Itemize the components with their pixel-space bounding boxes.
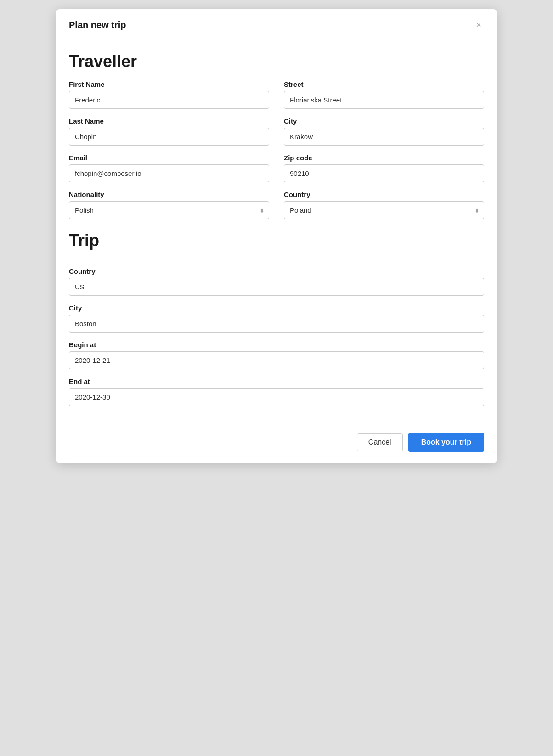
first-name-group: First Name bbox=[69, 80, 269, 109]
begin-at-input[interactable] bbox=[69, 351, 484, 369]
end-at-group: End at bbox=[69, 378, 484, 406]
trip-section-title: Trip bbox=[69, 231, 484, 250]
traveller-country-select-wrapper: Poland Germany France United Kingdom Uni… bbox=[284, 201, 484, 219]
end-at-label: End at bbox=[69, 378, 484, 385]
cancel-button[interactable]: Cancel bbox=[357, 433, 403, 451]
plan-trip-modal: Plan new trip × Traveller First Name Str… bbox=[56, 9, 497, 463]
traveller-country-label: Country bbox=[284, 191, 484, 198]
modal-title: Plan new trip bbox=[69, 20, 126, 30]
nationality-label: Nationality bbox=[69, 191, 269, 198]
traveller-city-group: City bbox=[284, 117, 484, 146]
modal-footer: Cancel Book your trip bbox=[56, 425, 497, 463]
first-name-label: First Name bbox=[69, 80, 269, 88]
traveller-city-input[interactable] bbox=[284, 128, 484, 146]
nationality-group: Nationality Polish German French English bbox=[69, 191, 269, 219]
nationality-select[interactable]: Polish German French English bbox=[69, 201, 269, 219]
trip-country-group: Country bbox=[69, 267, 484, 296]
modal-header: Plan new trip × bbox=[56, 9, 497, 39]
email-input[interactable] bbox=[69, 164, 269, 182]
trip-city-input[interactable] bbox=[69, 315, 484, 333]
traveller-section: Traveller First Name Street Last Name bbox=[69, 52, 484, 227]
trip-divider bbox=[69, 260, 484, 260]
end-at-input[interactable] bbox=[69, 388, 484, 406]
traveller-form-grid: First Name Street Last Name City bbox=[69, 80, 484, 227]
first-name-input[interactable] bbox=[69, 91, 269, 109]
traveller-country-group: Country Poland Germany France United Kin… bbox=[284, 191, 484, 219]
modal-body: Traveller First Name Street Last Name bbox=[56, 39, 497, 425]
street-group: Street bbox=[284, 80, 484, 109]
traveller-section-title: Traveller bbox=[69, 52, 484, 71]
close-button[interactable]: × bbox=[473, 18, 484, 31]
begin-at-label: Begin at bbox=[69, 341, 484, 349]
email-group: Email bbox=[69, 154, 269, 182]
last-name-label: Last Name bbox=[69, 117, 269, 125]
begin-at-group: Begin at bbox=[69, 341, 484, 369]
trip-city-group: City bbox=[69, 304, 484, 333]
traveller-country-select[interactable]: Poland Germany France United Kingdom Uni… bbox=[284, 201, 484, 219]
last-name-input[interactable] bbox=[69, 128, 269, 146]
trip-country-label: Country bbox=[69, 267, 484, 275]
email-label: Email bbox=[69, 154, 269, 162]
traveller-city-label: City bbox=[284, 117, 484, 125]
trip-country-input[interactable] bbox=[69, 278, 484, 296]
book-trip-button[interactable]: Book your trip bbox=[408, 433, 484, 452]
last-name-group: Last Name bbox=[69, 117, 269, 146]
trip-city-label: City bbox=[69, 304, 484, 312]
zip-label: Zip code bbox=[284, 154, 484, 162]
street-label: Street bbox=[284, 80, 484, 88]
zip-input[interactable] bbox=[284, 164, 484, 182]
trip-section: Trip Country City Begin at End at bbox=[69, 231, 484, 406]
nationality-select-wrapper: Polish German French English bbox=[69, 201, 269, 219]
zip-group: Zip code bbox=[284, 154, 484, 182]
street-input[interactable] bbox=[284, 91, 484, 109]
